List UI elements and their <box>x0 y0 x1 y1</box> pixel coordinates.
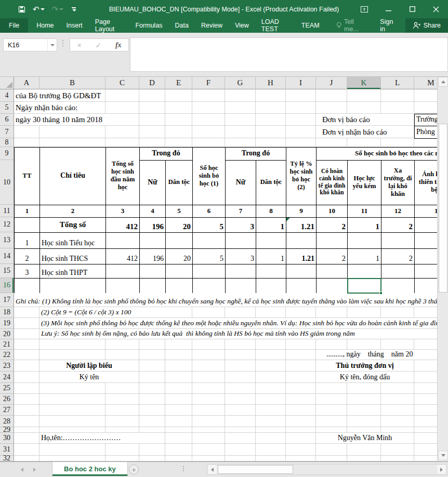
grid-cell-C25[interactable] <box>106 383 139 394</box>
grid-cell-H18[interactable] <box>256 307 286 318</box>
grid-cell-F25[interactable] <box>192 383 225 394</box>
grid-cell-H30[interactable] <box>256 433 286 444</box>
grid-cell-C31[interactable] <box>106 444 139 456</box>
cell-K13[interactable] <box>347 232 381 249</box>
cell-B12[interactable]: Tổng số <box>39 217 106 233</box>
cell-A14[interactable]: 2 <box>14 248 40 264</box>
row-header-15[interactable]: 15 <box>0 264 14 278</box>
grid-cell-H21[interactable] <box>256 339 286 350</box>
grid-cell-A24[interactable] <box>14 372 39 383</box>
grid-cell-L32[interactable] <box>381 456 414 461</box>
column-header-H[interactable]: H <box>256 77 286 89</box>
grid-cell-K27[interactable] <box>347 405 381 416</box>
row-header-6[interactable]: 6 <box>0 114 14 126</box>
cell-B9[interactable]: Chỉ tiêu <box>39 147 106 205</box>
grid-cell-L28[interactable] <box>381 416 414 427</box>
grid-cell-H29[interactable] <box>256 427 286 433</box>
grid-cell-E7[interactable] <box>165 126 192 138</box>
ribbon-tab-file[interactable]: File <box>0 18 28 33</box>
scroll-up-button[interactable] <box>438 77 448 87</box>
column-header-L[interactable]: L <box>381 77 414 89</box>
column-header-A[interactable]: A <box>14 77 39 89</box>
cell-E15[interactable] <box>165 264 193 279</box>
column-header-F[interactable]: F <box>192 77 225 89</box>
grid-cell-A30[interactable] <box>14 433 39 444</box>
row-header-7[interactable]: 7 <box>0 126 14 138</box>
cell-H11[interactable]: 8 <box>256 205 286 218</box>
cell-J13[interactable] <box>316 232 348 249</box>
row-header-29[interactable]: 29 <box>0 427 14 433</box>
cell-C14[interactable]: 412 <box>106 248 140 264</box>
cell-L10[interactable]: Xa trường, đi lại khó khăn <box>381 160 415 205</box>
grid-cell-J32[interactable] <box>316 456 347 461</box>
cell-E10[interactable]: Dân tộc <box>165 160 193 205</box>
cell-D9[interactable]: Trong đó <box>139 147 193 161</box>
cell-D16[interactable] <box>139 278 166 294</box>
fill-handle[interactable] <box>379 292 383 295</box>
cell-G11[interactable]: 7 <box>225 205 256 218</box>
grid-cell-D7[interactable] <box>139 126 165 138</box>
column-header-B[interactable]: B <box>39 77 106 89</box>
grid-cell-J25[interactable] <box>316 383 347 394</box>
grid-cell-E4[interactable] <box>165 89 192 102</box>
grid-cell-B21[interactable] <box>39 339 106 350</box>
row-header-24[interactable]: 24 <box>0 372 14 383</box>
grid-cell-B26[interactable] <box>39 394 106 405</box>
cell-G12[interactable]: 3 <box>225 217 256 233</box>
row-header-21[interactable]: 21 <box>0 339 14 350</box>
cell-F13[interactable] <box>192 232 226 249</box>
grid-cell-G30[interactable] <box>225 433 256 444</box>
grid-cell-C26[interactable] <box>106 394 139 405</box>
cell-B11[interactable]: 2 <box>39 205 106 218</box>
grid-cell-D5[interactable] <box>139 102 165 114</box>
grid-cell-E23[interactable] <box>165 360 192 372</box>
cell-G15[interactable] <box>225 264 256 279</box>
cell-G14[interactable]: 3 <box>225 248 256 264</box>
cell-A13[interactable]: 1 <box>14 232 40 249</box>
cell-G10[interactable]: Nữ <box>225 160 256 205</box>
column-header-D[interactable]: D <box>139 77 165 89</box>
row-header-32[interactable]: 32 <box>0 456 14 461</box>
grid-cell-I24[interactable] <box>286 372 316 383</box>
customize-qat-button[interactable] <box>67 0 81 18</box>
grid-cell-I31[interactable] <box>286 444 316 456</box>
grid-cell-C4[interactable] <box>106 89 139 102</box>
grid-cell-L25[interactable] <box>381 383 414 394</box>
cell-D15[interactable] <box>139 264 166 279</box>
grid-cell-I23[interactable] <box>286 360 316 372</box>
grid-cell-J4[interactable] <box>316 89 347 102</box>
cell-J12[interactable]: 2 <box>316 217 348 233</box>
grid-cell-D21[interactable] <box>139 339 165 350</box>
grid-cell-L26[interactable] <box>381 394 414 405</box>
grid-cell-H25[interactable] <box>256 383 286 394</box>
cell-J15[interactable] <box>316 264 348 279</box>
grid-cell-G4[interactable] <box>225 89 256 102</box>
grid-cell-G31[interactable] <box>225 444 256 456</box>
grid-cell-J26[interactable] <box>316 394 347 405</box>
cell-A15[interactable]: 3 <box>14 264 40 279</box>
grid-cell-A26[interactable] <box>14 394 39 405</box>
cell-E12[interactable]: 20 <box>165 217 193 233</box>
row-header-19[interactable]: 19 <box>0 318 14 329</box>
grid-cell-D32[interactable] <box>139 456 165 461</box>
cell-I12[interactable]: 1.21 <box>286 217 317 233</box>
scroll-right-button[interactable] <box>437 465 446 474</box>
row-header-8[interactable]: 8 <box>0 138 14 147</box>
cell-B24[interactable]: Ký tên <box>39 372 139 382</box>
row-header-18[interactable]: 18 <box>0 307 14 318</box>
grid-cell-A29[interactable] <box>14 427 39 433</box>
column-header-C[interactable]: C <box>106 77 139 89</box>
grid-cell-H24[interactable] <box>256 372 286 383</box>
undo-dropdown-icon[interactable] <box>41 8 45 10</box>
row-header-26[interactable]: 26 <box>0 394 14 405</box>
grid-cell-F18[interactable] <box>192 307 225 318</box>
cell-F12[interactable]: 5 <box>192 217 226 233</box>
grid-cell-I4[interactable] <box>286 89 316 102</box>
grid-cell-L27[interactable] <box>381 405 414 416</box>
grid-cell-C32[interactable] <box>106 456 139 461</box>
grid-cell-D6[interactable] <box>139 114 165 126</box>
cell-L13[interactable] <box>381 232 415 249</box>
cell-J23[interactable]: Thủ trưởng đơn vị <box>316 360 414 371</box>
ribbon-display-options-button[interactable] <box>352 0 376 18</box>
grid-cell-I27[interactable] <box>286 405 316 416</box>
